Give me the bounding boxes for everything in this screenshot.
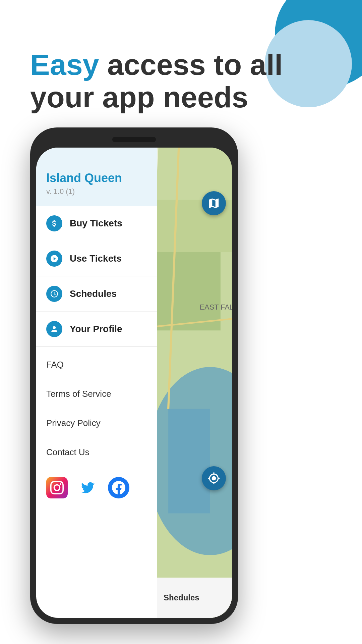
app-name: Island Queen bbox=[46, 171, 147, 185]
schedules-label: Schedules bbox=[70, 288, 117, 299]
terms-link[interactable]: Terms of Service bbox=[36, 379, 157, 409]
map-view-button[interactable] bbox=[202, 191, 226, 215]
schedules-bar-text: Shedules bbox=[164, 593, 199, 602]
buy-tickets-icon bbox=[46, 215, 62, 231]
schedules-icon bbox=[46, 286, 62, 302]
contact-link[interactable]: Contact Us bbox=[36, 438, 157, 467]
drawer-links: FAQ Terms of Service Privacy Policy Cont… bbox=[36, 347, 157, 470]
menu-item-your-profile[interactable]: Your Profile bbox=[36, 312, 157, 346]
drawer-panel: Island Queen v. 1.0 (1) Buy Tickets bbox=[36, 148, 157, 618]
privacy-link[interactable]: Privacy Policy bbox=[36, 409, 157, 438]
your-profile-label: Your Profile bbox=[70, 324, 122, 334]
drawer-menu: Buy Tickets Use Tickets Sc bbox=[36, 206, 157, 346]
use-tickets-icon bbox=[46, 251, 62, 267]
hero-easy: Easy bbox=[30, 48, 99, 81]
menu-item-schedules[interactable]: Schedules bbox=[36, 276, 157, 312]
phone-speaker bbox=[112, 137, 156, 142]
svg-text:EAST FALMO...: EAST FALMO... bbox=[200, 303, 232, 311]
facebook-button[interactable] bbox=[108, 477, 129, 498]
app-version: v. 1.0 (1) bbox=[46, 187, 147, 196]
faq-link[interactable]: FAQ bbox=[36, 350, 157, 379]
phone-frame: Island Queen v. 1.0 (1) Buy Tickets bbox=[30, 127, 238, 624]
phone-screen: Island Queen v. 1.0 (1) Buy Tickets bbox=[36, 148, 232, 618]
hero-section: Easy access to all your app needs bbox=[30, 49, 283, 114]
hero-line2: your app needs bbox=[30, 80, 248, 114]
buy-tickets-label: Buy Tickets bbox=[70, 218, 122, 229]
schedules-bar: Shedules bbox=[157, 578, 232, 618]
map-panel: EAST FALMO... Shedules bbox=[157, 148, 232, 618]
menu-item-use-tickets[interactable]: Use Tickets bbox=[36, 241, 157, 276]
svg-rect-2 bbox=[168, 409, 210, 514]
drawer-header: Island Queen v. 1.0 (1) bbox=[36, 148, 157, 206]
twitter-button[interactable] bbox=[77, 477, 99, 498]
your-profile-icon bbox=[46, 321, 62, 337]
location-button[interactable] bbox=[202, 466, 226, 490]
instagram-button[interactable] bbox=[46, 477, 68, 498]
schedules-bar-label: S bbox=[164, 593, 169, 602]
phone-mockup: Island Queen v. 1.0 (1) Buy Tickets bbox=[30, 127, 238, 624]
svg-rect-3 bbox=[157, 252, 221, 331]
social-row bbox=[36, 470, 157, 508]
menu-item-buy-tickets[interactable]: Buy Tickets bbox=[36, 206, 157, 241]
use-tickets-label: Use Tickets bbox=[70, 253, 122, 264]
hero-line1-rest: access to all bbox=[99, 48, 283, 81]
